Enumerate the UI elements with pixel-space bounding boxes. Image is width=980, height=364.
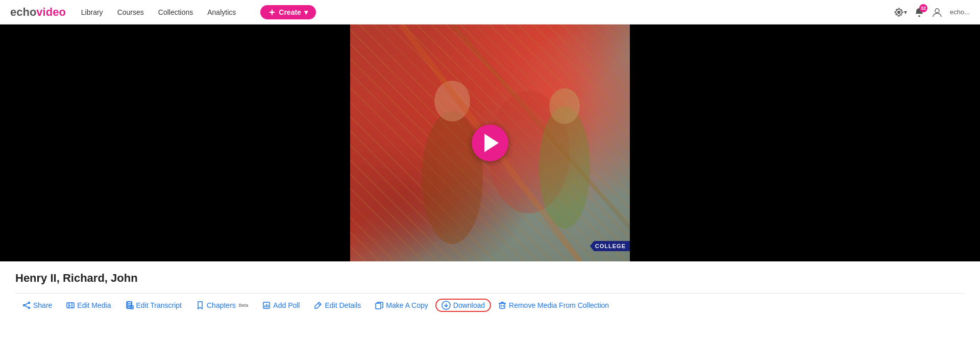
svg-point-12 xyxy=(29,307,30,309)
bookmark-icon xyxy=(196,301,204,309)
beta-badge: Beta xyxy=(239,303,249,308)
poll-icon xyxy=(262,301,271,309)
edit-details-action[interactable]: Edit Details xyxy=(307,299,368,311)
svg-rect-35 xyxy=(500,303,505,308)
make-copy-label: Make A Copy xyxy=(386,301,428,309)
svg-point-1 xyxy=(897,11,900,14)
share-action[interactable]: Share xyxy=(15,299,59,311)
logo-echo: echo xyxy=(10,6,36,19)
pencil-icon xyxy=(314,301,322,309)
svg-marker-0 xyxy=(268,9,276,16)
notification-count: 32 xyxy=(919,4,927,12)
trash-icon xyxy=(498,301,506,309)
make-copy-action[interactable]: Make A Copy xyxy=(368,299,435,311)
svg-point-4 xyxy=(422,111,483,244)
play-icon xyxy=(484,134,499,152)
logo-video: video xyxy=(36,6,65,19)
svg-point-13 xyxy=(23,305,25,306)
svg-line-14 xyxy=(24,303,28,305)
gear-icon xyxy=(894,7,904,17)
sparkle-icon xyxy=(268,9,276,16)
settings-button[interactable]: ▾ xyxy=(894,7,907,17)
college-badge: COLLEGE xyxy=(590,241,630,251)
copy-icon xyxy=(375,301,383,309)
svg-line-32 xyxy=(318,303,320,305)
create-label: Create xyxy=(279,8,301,16)
svg-point-5 xyxy=(434,81,470,122)
remove-media-action[interactable]: Remove Media From Collection xyxy=(491,299,616,311)
download-icon xyxy=(442,301,451,310)
edit-media-action[interactable]: Edit Media xyxy=(59,299,118,311)
user-button[interactable] xyxy=(932,7,943,18)
svg-point-11 xyxy=(29,302,30,304)
action-bar: Share Edit Media Edi xyxy=(15,293,965,317)
svg-line-15 xyxy=(24,306,28,307)
logo: echovideo xyxy=(10,6,66,19)
right-panel xyxy=(630,25,980,261)
settings-dropdown-arrow: ▾ xyxy=(904,9,907,16)
chapters-label: Chapters xyxy=(207,301,236,309)
left-panel xyxy=(0,25,350,261)
video-player[interactable]: COLLEGE xyxy=(350,25,630,261)
nav-right: ▾ 32 echo... xyxy=(894,7,970,18)
play-button[interactable] xyxy=(472,125,508,161)
svg-rect-33 xyxy=(376,303,381,309)
add-poll-action[interactable]: Add Poll xyxy=(255,299,307,311)
chapters-action[interactable]: ChaptersBeta xyxy=(189,299,255,311)
svg-marker-19 xyxy=(69,305,71,306)
svg-point-7 xyxy=(539,106,590,229)
share-label: Share xyxy=(33,301,52,309)
navbar: echovideo Library Courses Collections An… xyxy=(0,0,980,25)
create-button[interactable]: Create ▾ xyxy=(260,5,316,19)
media-title: Henry II, Richard, John xyxy=(15,272,965,285)
edit-transcript-action[interactable]: Edit Transcript xyxy=(118,299,189,311)
download-action[interactable]: Download xyxy=(435,299,491,312)
edit-transcript-label: Edit Transcript xyxy=(136,301,182,309)
nav-collections[interactable]: Collections xyxy=(158,8,193,16)
edit-media-label: Edit Media xyxy=(77,301,111,309)
user-icon xyxy=(932,7,943,18)
share-icon xyxy=(22,301,31,309)
add-poll-label: Add Poll xyxy=(273,301,300,309)
nav-links: Library Courses Collections Analytics Cr… xyxy=(81,5,316,19)
svg-point-3 xyxy=(935,9,939,13)
svg-point-2 xyxy=(918,15,920,17)
svg-point-8 xyxy=(549,88,580,124)
edit-details-label: Edit Details xyxy=(325,301,361,309)
info-section: Henry II, Richard, John Share Edit Media xyxy=(0,261,980,317)
notifications-button[interactable]: 32 xyxy=(914,7,924,17)
remove-media-label: Remove Media From Collection xyxy=(509,301,609,309)
nav-library[interactable]: Library xyxy=(81,8,103,16)
edit-media-icon xyxy=(66,301,75,309)
transcript-icon xyxy=(126,301,134,309)
create-chevron: ▾ xyxy=(304,8,308,16)
video-container: COLLEGE xyxy=(0,25,980,261)
nav-courses[interactable]: Courses xyxy=(117,8,144,16)
download-label: Download xyxy=(453,301,485,309)
nav-analytics[interactable]: Analytics xyxy=(207,8,236,16)
user-label: echo... xyxy=(950,8,970,16)
